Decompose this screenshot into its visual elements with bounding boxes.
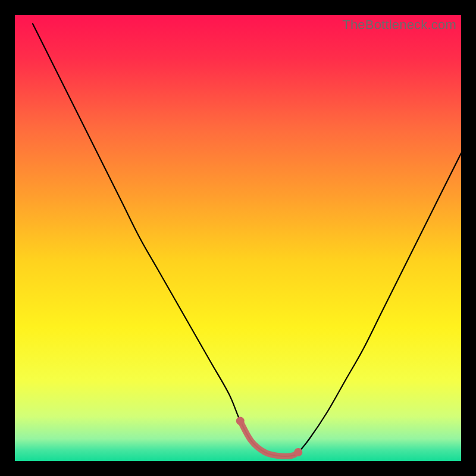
plot-area: TheBottleneck.com	[15, 15, 461, 461]
svg-point-1	[236, 417, 245, 425]
highlight-flat	[236, 417, 303, 457]
bottleneck-curve	[33, 24, 461, 456]
svg-point-2	[294, 448, 302, 456]
curve-layer	[15, 15, 461, 461]
chart-frame: TheBottleneck.com	[0, 0, 476, 476]
watermark-text: TheBottleneck.com	[342, 17, 456, 33]
